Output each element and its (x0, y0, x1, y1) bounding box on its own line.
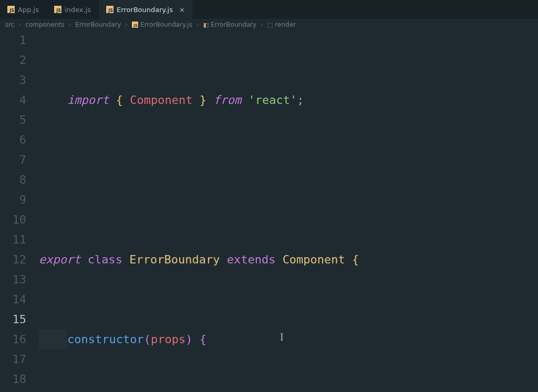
breadcrumb-item[interactable]: ErrorBoundary (75, 21, 121, 28)
tab-label: App.js (18, 6, 39, 14)
line-number: 16 (0, 330, 26, 349)
code-line[interactable]: constructor(props) { (36, 330, 538, 349)
code-area[interactable]: import { Component } from 'react'; expor… (36, 30, 538, 392)
breadcrumb: src › components › ErrorBoundary › JSErr… (0, 19, 538, 30)
line-number: 1 (0, 30, 26, 50)
js-file-icon: JS (106, 6, 113, 13)
chevron-right-icon: › (261, 21, 263, 28)
line-gutter: 1 2 3 4 5 6 7 8 9 10 11 12 13 14 15 16 1… (0, 30, 36, 392)
js-file-icon: JS (7, 6, 15, 13)
line-number: 4 (0, 90, 26, 110)
tab-errorboundary-js[interactable]: JS ErrorBoundary.js × (99, 0, 193, 19)
line-number: 11 (0, 230, 26, 250)
breadcrumb-item[interactable]: components (25, 21, 64, 28)
line-number: 2 (0, 50, 26, 70)
code-line[interactable]: import { Component } from 'react'; (36, 90, 538, 110)
chevron-right-icon: › (196, 21, 199, 28)
line-number: 17 (0, 349, 26, 369)
code-line[interactable]: export class ErrorBoundary extends Compo… (36, 250, 538, 270)
tab-label: index.js (65, 6, 91, 14)
line-number: 13 (0, 270, 26, 290)
line-number: 9 (0, 190, 26, 210)
method-symbol-icon: ⬚ (267, 22, 273, 28)
chevron-right-icon: › (125, 21, 128, 28)
line-number: 12 (0, 250, 26, 270)
breadcrumb-item[interactable]: JSErrorBoundary.js (132, 21, 192, 28)
tab-app-js[interactable]: JS App.js (0, 0, 47, 19)
breadcrumb-item[interactable]: ◧ErrorBoundary (203, 21, 256, 28)
line-number: 14 (0, 290, 26, 310)
line-number: 5 (0, 110, 26, 130)
line-number: 3 (0, 70, 26, 90)
chevron-right-icon: › (68, 21, 71, 28)
class-symbol-icon: ◧ (203, 22, 209, 28)
tab-index-js[interactable]: JS index.js (47, 0, 99, 19)
line-number: 7 (0, 150, 26, 170)
i-beam-cursor-icon: I (280, 327, 281, 338)
line-number: 8 (0, 170, 26, 190)
breadcrumb-item[interactable]: src (5, 21, 15, 28)
js-file-icon: JS (132, 22, 138, 28)
line-number: 18 (0, 369, 26, 389)
breadcrumb-item[interactable]: ⬚render (267, 21, 296, 28)
js-file-icon: JS (54, 6, 61, 13)
line-number: 15 (0, 310, 26, 330)
close-icon[interactable]: × (179, 6, 185, 13)
line-number: 6 (0, 130, 26, 150)
line-number: 10 (0, 210, 26, 230)
chevron-right-icon: › (19, 21, 22, 28)
code-editor[interactable]: 1 2 3 4 5 6 7 8 9 10 11 12 13 14 15 16 1… (0, 30, 538, 392)
tab-bar: JS App.js JS index.js JS ErrorBoundary.j… (0, 0, 538, 19)
tab-label: ErrorBoundary.js (117, 6, 173, 14)
code-line[interactable] (36, 170, 538, 190)
